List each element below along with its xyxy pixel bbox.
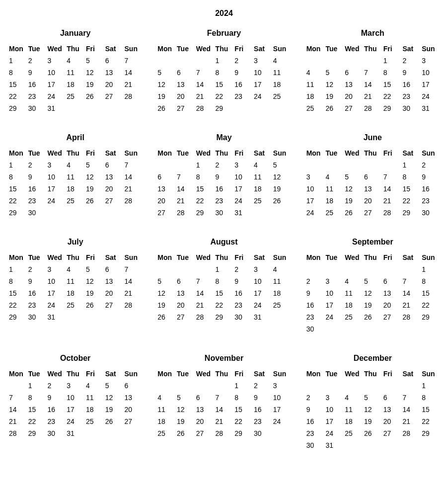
day-cell[interactable]: 21 [176,195,195,207]
day-cell[interactable]: 24 [324,427,344,439]
day-cell[interactable]: 30 [27,311,47,323]
day-cell[interactable]: 27 [344,102,363,114]
day-cell[interactable]: 17 [66,404,85,415]
day-cell[interactable]: 10 [66,392,85,404]
day-cell[interactable]: 12 [363,404,382,415]
day-cell[interactable]: 2 [27,263,47,275]
day-cell[interactable]: 23 [401,90,421,102]
day-cell[interactable]: 10 [233,171,253,183]
day-cell[interactable]: 25 [66,299,85,311]
day-cell[interactable]: 29 [233,427,253,439]
day-cell[interactable]: 26 [104,415,124,427]
day-cell[interactable]: 3 [47,55,66,67]
day-cell[interactable]: 20 [104,183,124,195]
day-cell[interactable]: 24 [305,207,325,219]
day-cell[interactable]: 28 [8,427,27,439]
day-cell[interactable]: 15 [215,79,234,90]
day-cell[interactable]: 22 [8,90,27,102]
day-cell[interactable]: 27 [176,102,195,114]
day-cell[interactable]: 24 [47,195,66,207]
day-cell[interactable]: 5 [85,55,104,67]
day-cell[interactable]: 13 [104,67,124,79]
day-cell[interactable]: 23 [27,299,47,311]
day-cell[interactable]: 19 [363,415,382,427]
day-cell[interactable]: 14 [8,404,27,415]
day-cell[interactable]: 19 [85,287,104,299]
day-cell[interactable]: 16 [305,299,325,311]
day-cell[interactable]: 22 [233,415,253,427]
day-cell[interactable]: 15 [8,287,27,299]
day-cell[interactable]: 26 [85,299,104,311]
day-cell[interactable]: 19 [85,79,104,90]
day-cell[interactable]: 19 [272,183,292,195]
day-cell[interactable]: 9 [233,67,253,79]
day-cell[interactable]: 18 [66,79,85,90]
day-cell[interactable]: 4 [156,392,176,404]
day-cell[interactable]: 13 [344,79,363,90]
day-cell[interactable]: 19 [324,90,344,102]
day-cell[interactable]: 14 [195,79,215,90]
day-cell[interactable]: 15 [8,183,27,195]
day-cell[interactable]: 20 [176,90,195,102]
day-cell[interactable]: 1 [382,55,402,67]
day-cell[interactable]: 25 [66,90,85,102]
day-cell[interactable]: 7 [401,392,421,404]
day-cell[interactable]: 29 [8,207,27,219]
day-cell[interactable]: 1 [421,380,440,392]
day-cell[interactable]: 23 [27,195,47,207]
day-cell[interactable]: 16 [233,287,253,299]
day-cell[interactable]: 27 [195,427,215,439]
day-cell[interactable]: 6 [124,380,143,392]
day-cell[interactable]: 25 [272,299,292,311]
day-cell[interactable]: 3 [324,392,344,404]
day-cell[interactable]: 12 [156,79,176,90]
day-cell[interactable]: 19 [176,415,195,427]
day-cell[interactable]: 4 [344,392,363,404]
day-cell[interactable]: 7 [401,275,421,287]
day-cell[interactable]: 2 [47,380,66,392]
day-cell[interactable]: 6 [363,171,382,183]
day-cell[interactable]: 27 [382,311,402,323]
day-cell[interactable]: 1 [215,263,234,275]
day-cell[interactable]: 29 [382,102,402,114]
day-cell[interactable]: 12 [272,171,292,183]
day-cell[interactable]: 30 [305,323,325,335]
day-cell[interactable]: 9 [27,67,47,79]
day-cell[interactable]: 13 [195,404,215,415]
day-cell[interactable]: 26 [344,207,363,219]
day-cell[interactable]: 27 [104,299,124,311]
day-cell[interactable]: 8 [382,67,402,79]
day-cell[interactable]: 11 [85,392,104,404]
day-cell[interactable]: 3 [47,263,66,275]
day-cell[interactable]: 21 [401,415,421,427]
day-cell[interactable]: 1 [215,55,234,67]
day-cell[interactable]: 17 [47,79,66,90]
day-cell[interactable]: 9 [421,171,440,183]
day-cell[interactable]: 12 [85,67,104,79]
day-cell[interactable]: 5 [156,67,176,79]
day-cell[interactable]: 4 [66,55,85,67]
day-cell[interactable]: 8 [195,171,215,183]
day-cell[interactable]: 22 [215,90,234,102]
day-cell[interactable]: 29 [195,207,215,219]
day-cell[interactable]: 11 [305,79,325,90]
day-cell[interactable]: 4 [253,159,272,171]
day-cell[interactable]: 7 [176,171,195,183]
day-cell[interactable]: 29 [8,102,27,114]
day-cell[interactable]: 8 [27,392,47,404]
day-cell[interactable]: 18 [272,79,292,90]
day-cell[interactable]: 3 [324,275,344,287]
day-cell[interactable]: 22 [27,415,47,427]
day-cell[interactable]: 27 [104,90,124,102]
day-cell[interactable]: 2 [401,55,421,67]
day-cell[interactable]: 18 [344,299,363,311]
day-cell[interactable]: 15 [421,287,440,299]
day-cell[interactable]: 13 [124,392,143,404]
day-cell[interactable]: 31 [233,207,253,219]
day-cell[interactable]: 3 [233,159,253,171]
day-cell[interactable]: 16 [27,287,47,299]
day-cell[interactable]: 17 [253,287,272,299]
day-cell[interactable]: 6 [195,392,215,404]
day-cell[interactable]: 11 [344,287,363,299]
day-cell[interactable]: 14 [124,171,143,183]
